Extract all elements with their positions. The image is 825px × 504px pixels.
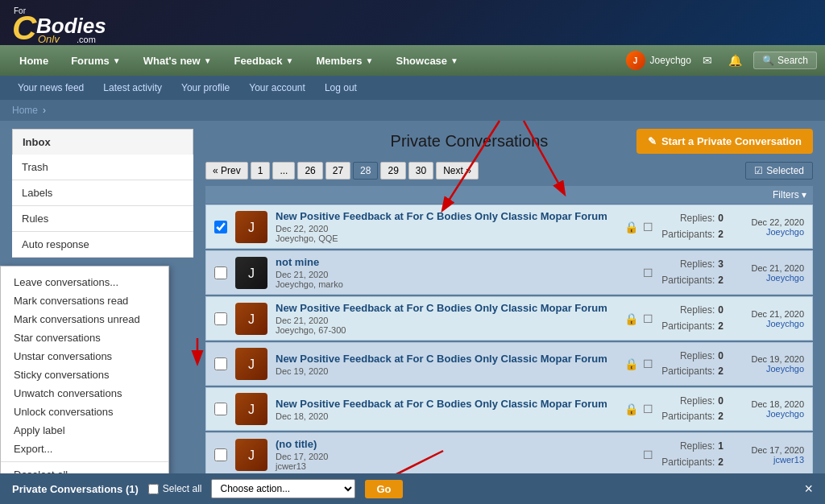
conv-title-4[interactable]: New Positive Feedback at For C Bodies On… <box>276 398 616 410</box>
conv-checkbox-2[interactable] <box>214 312 227 325</box>
conv-stats-4: Replies:0 Participants:2 <box>661 394 723 424</box>
breadcrumb-home[interactable]: Home <box>12 105 38 116</box>
nav-home[interactable]: Home <box>8 45 60 76</box>
page-1[interactable]: 1 <box>251 162 271 180</box>
conv-select-icon-0: ☐ <box>643 221 653 233</box>
conv-avatar-2: J <box>235 303 267 335</box>
nav-user[interactable]: J Joeychgo <box>626 51 691 70</box>
dropdown-unstar[interactable]: Unstar conversations <box>1 347 168 366</box>
sidebar-item-trash[interactable]: Trash <box>12 155 193 180</box>
username-label: Joeychgo <box>650 55 691 66</box>
dropdown-sticky[interactable]: Sticky conversations <box>1 366 168 384</box>
page-title: Private Conversations <box>302 132 636 151</box>
conv-date-2: Dec 21, 2020 Joeychgo <box>732 309 804 328</box>
nav-bar: Home Forums▼ What's new▼ Feedback▼ Membe… <box>0 45 825 76</box>
select-all-checkbox[interactable] <box>148 484 159 494</box>
close-button[interactable]: × <box>804 481 813 498</box>
dropdown-export[interactable]: Export... <box>1 440 168 458</box>
nav-right: J Joeychgo ✉ 🔔 🔍 Search <box>626 51 817 70</box>
conv-icons-1: ☐ <box>643 266 653 279</box>
sub-nav-logout[interactable]: Log out <box>315 76 367 100</box>
dropdown-leave[interactable]: Leave conversations... <box>1 273 168 291</box>
conv-content-3: New Positive Feedback at For C Bodies On… <box>276 353 616 376</box>
conversation-row: J (no title) Dec 17, 2020 jcwer13 ☐ Repl… <box>205 432 813 477</box>
conv-checkbox-0[interactable] <box>214 221 227 233</box>
svg-text:.com: .com <box>77 35 96 43</box>
nav-forums[interactable]: Forums▼ <box>60 45 132 76</box>
search-button[interactable]: 🔍 Search <box>753 52 817 69</box>
dropdown-star[interactable]: Star conversations <box>1 328 168 347</box>
sub-nav-newsfeed[interactable]: Your news feed <box>8 76 93 100</box>
dropdown-mark-unread[interactable]: Mark conversations unread <box>1 310 168 328</box>
dropdown-applylabel[interactable]: Apply label <box>1 421 168 440</box>
bottom-title: Private Conversations (1) <box>12 483 139 495</box>
conv-checkbox-5[interactable] <box>214 448 227 461</box>
action-select[interactable]: Choose action... Leave conversations... … <box>211 479 355 498</box>
conv-stats-0: Replies:0 Participants:2 <box>661 211 723 242</box>
nav-showcase[interactable]: Showcase▼ <box>384 45 470 76</box>
conv-stats-5: Replies:1 Participants:2 <box>661 439 723 469</box>
conv-checkbox-3[interactable] <box>214 357 227 370</box>
conv-checkbox-1[interactable] <box>214 266 227 279</box>
conv-select-icon-5: ☐ <box>643 448 653 461</box>
svg-text:J: J <box>248 312 255 326</box>
sub-nav-account[interactable]: Your account <box>239 76 315 100</box>
conv-meta-1: Dec 21, 2020 Joeychgo, marko <box>276 270 635 289</box>
sub-nav-profile[interactable]: Your profile <box>172 76 239 100</box>
action-dropdown: Leave conversations... Mark conversation… <box>0 266 169 491</box>
select-all-label[interactable]: Select all <box>148 483 202 494</box>
svg-text:C: C <box>12 9 37 43</box>
svg-text:J: J <box>248 448 255 462</box>
conv-title-0[interactable]: New Positive Feedback at For C Bodies On… <box>276 210 616 222</box>
breadcrumb: Home › <box>0 100 825 121</box>
conversations-list: J New Positive Feedback at For C Bodies … <box>205 204 813 477</box>
conv-meta-2: Dec 21, 2020 Joeychgo, 67-300 <box>276 316 616 335</box>
page-next[interactable]: Next » <box>436 162 479 180</box>
conv-meta-3: Dec 19, 2020 <box>276 366 616 376</box>
conv-title-2[interactable]: New Positive Feedback at For C Bodies On… <box>276 302 616 314</box>
page-29[interactable]: 29 <box>380 162 405 180</box>
dropdown-unlock[interactable]: Unlock conversations <box>1 403 168 421</box>
page-30[interactable]: 30 <box>408 162 433 180</box>
conv-title-5[interactable]: (no title) <box>276 438 635 450</box>
sidebar-item-autoresponse[interactable]: Auto response <box>12 232 193 258</box>
conversations-area: Private Conversations ✎ Start a Private … <box>205 129 813 478</box>
bottom-bar: Private Conversations (1) Select all Cho… <box>0 473 825 504</box>
conv-avatar-5: J <box>235 439 267 471</box>
conv-avatar-4: J <box>235 393 267 425</box>
sub-nav-activity[interactable]: Latest activity <box>93 76 172 100</box>
sidebar-item-inbox[interactable]: Inbox <box>12 129 193 155</box>
sidebar-item-labels[interactable]: Labels <box>12 180 193 206</box>
conv-select-icon-1: ☐ <box>643 266 653 279</box>
nav-feedback[interactable]: Feedback▼ <box>223 45 305 76</box>
conv-content-1: not mine Dec 21, 2020 Joeychgo, marko <box>276 256 635 289</box>
selected-button[interactable]: ☑ Selected <box>745 162 813 180</box>
dropdown-unwatch[interactable]: Unwatch conversations <box>1 384 168 403</box>
nav-members[interactable]: Members▼ <box>305 45 385 76</box>
site-logo[interactable]: For C Bodies Only .com <box>12 2 173 43</box>
dropdown-mark-read[interactable]: Mark conversations read <box>1 291 168 310</box>
page-28[interactable]: 28 <box>353 162 378 180</box>
mail-icon[interactable]: ✉ <box>698 54 717 67</box>
conv-date-5: Dec 17, 2020 jcwer13 <box>732 445 804 465</box>
start-conversation-button[interactable]: ✎ Start a Private Conversation <box>636 129 813 154</box>
conv-title-1[interactable]: not mine <box>276 256 635 268</box>
page-26[interactable]: 26 <box>297 162 322 180</box>
page-27[interactable]: 27 <box>325 162 350 180</box>
lock-icon: 🔒 <box>624 403 638 415</box>
sidebar-item-rules[interactable]: Rules <box>12 206 193 232</box>
conv-title-3[interactable]: New Positive Feedback at For C Bodies On… <box>276 353 616 365</box>
conv-checkbox-4[interactable] <box>214 403 227 415</box>
conv-meta-5: Dec 17, 2020 jcwer13 <box>276 452 635 471</box>
go-button[interactable]: Go <box>365 480 402 498</box>
pagination-left: « Prev 1 ... 26 27 28 29 30 Next » <box>205 162 479 180</box>
filters-button[interactable]: Filters ▾ <box>773 189 806 200</box>
page-prev[interactable]: « Prev <box>205 162 248 180</box>
bell-icon[interactable]: 🔔 <box>723 54 747 67</box>
conv-icons-5: ☐ <box>643 448 653 461</box>
nav-whats-new[interactable]: What's new▼ <box>132 45 223 76</box>
conv-date-0: Dec 22, 2020 Joeychgo <box>732 217 804 237</box>
checkbox-icon: ☑ <box>754 165 763 176</box>
logo-bar: For C Bodies Only .com <box>0 0 825 45</box>
conversation-row: J New Positive Feedback at For C Bodies … <box>205 204 813 249</box>
